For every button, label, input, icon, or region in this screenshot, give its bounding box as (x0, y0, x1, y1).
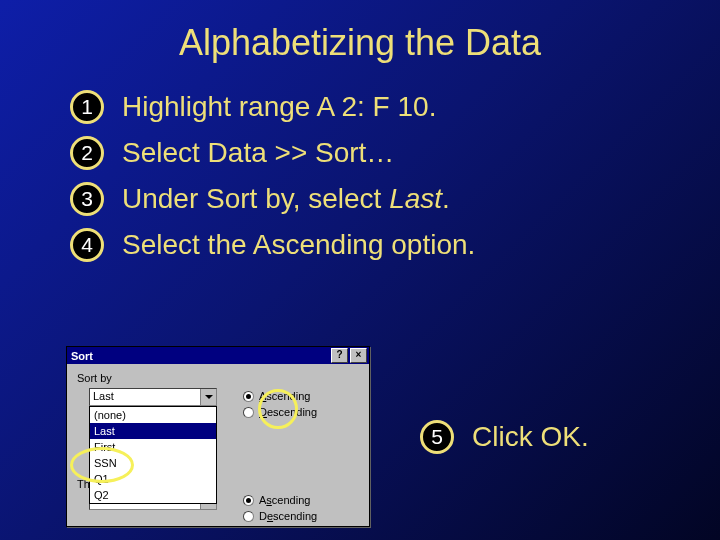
step-text: Select Data >> Sort… (122, 137, 394, 169)
step-text: Highlight range A 2: F 10. (122, 91, 436, 123)
dropdown-item[interactable]: SSN (90, 455, 216, 471)
chevron-down-icon[interactable] (200, 389, 216, 405)
dialog-title: Sort (71, 350, 93, 362)
radio-label: Descending (259, 510, 317, 522)
thenby-radios: Ascending Descending (243, 492, 317, 524)
step-2: 2 Select Data >> Sort… (70, 136, 720, 170)
sortby-label: Sort by (77, 372, 361, 384)
radio-icon (243, 391, 254, 402)
step-3: 3 Under Sort by, select Last. (70, 182, 720, 216)
step-4: 4 Select the Ascending option. (70, 228, 720, 262)
sortby-dropdown[interactable]: (none) Last First SSN Q1 Q2 (89, 406, 217, 504)
dropdown-item[interactable]: First (90, 439, 216, 455)
dropdown-item[interactable]: Q1 (90, 471, 216, 487)
close-button[interactable]: × (350, 348, 367, 363)
help-button[interactable]: ? (331, 348, 348, 363)
step-bullet: 4 (70, 228, 104, 262)
dropdown-item[interactable]: Last (90, 423, 216, 439)
step-bullet: 3 (70, 182, 104, 216)
step-bullet: 2 (70, 136, 104, 170)
step-text-prefix: Under Sort by, select (122, 183, 389, 214)
sortby-combo[interactable]: Last (none) Last First SSN Q1 Q2 (89, 388, 217, 406)
radio-label: Descending (259, 406, 317, 418)
steps-list: 1 Highlight range A 2: F 10. 2 Select Da… (70, 90, 720, 262)
ascending-radio-2[interactable]: Ascending (243, 492, 317, 508)
step-text-suffix: . (442, 183, 450, 214)
step-bullet: 5 (420, 420, 454, 454)
step-text: Under Sort by, select Last. (122, 183, 450, 215)
ascending-radio[interactable]: Ascending (243, 388, 317, 404)
dropdown-item[interactable]: Q2 (90, 487, 216, 503)
step-bullet: 1 (70, 90, 104, 124)
radio-icon (243, 495, 254, 506)
radio-label: Ascending (259, 494, 310, 506)
step-text-emphasis: Last (389, 183, 442, 214)
dropdown-item[interactable]: (none) (90, 407, 216, 423)
step-1: 1 Highlight range A 2: F 10. (70, 90, 720, 124)
sortby-radios: Ascending Descending (243, 388, 317, 420)
sort-dialog: Sort ? × Sort by Last (none) Last First … (66, 346, 370, 527)
radio-icon (243, 407, 254, 418)
descending-radio-2[interactable]: Descending (243, 508, 317, 524)
dialog-titlebar[interactable]: Sort ? × (67, 347, 369, 364)
descending-radio[interactable]: Descending (243, 404, 317, 420)
step-text: Select the Ascending option. (122, 229, 475, 261)
step-5: 5 Click OK. (420, 420, 589, 454)
step-text: Click OK. (472, 421, 589, 453)
sortby-value: Last (90, 389, 200, 405)
radio-icon (243, 511, 254, 522)
slide-title: Alphabetizing the Data (0, 22, 720, 64)
radio-label: Ascending (259, 390, 310, 402)
